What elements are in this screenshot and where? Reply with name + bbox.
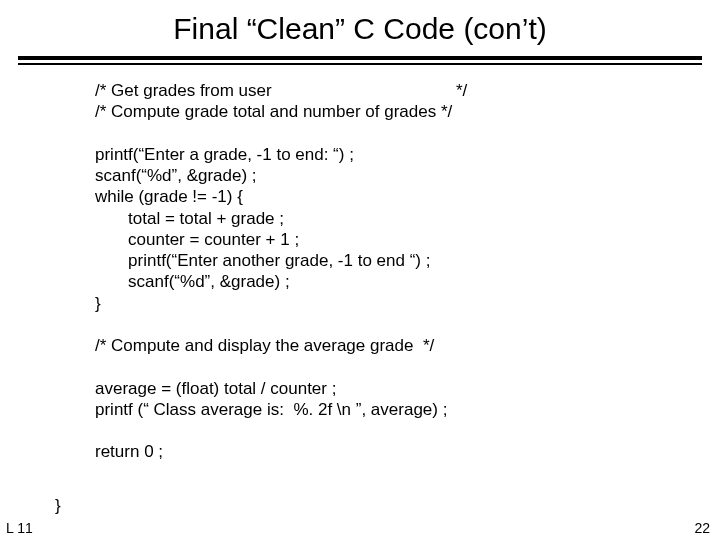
code-line: /* Compute grade total and number of gra… — [95, 102, 452, 121]
code-line: /* Compute and display the average grade… — [95, 336, 434, 355]
code-line: /* Get grades from user — [95, 81, 272, 100]
code-line: printf(“Enter another grade, -1 to end “… — [128, 251, 430, 270]
slide-title: Final “Clean” C Code (con’t) — [0, 0, 720, 56]
code-line: while (grade != -1) { — [95, 187, 243, 206]
code-line: */ — [456, 81, 467, 100]
closing-brace: } — [55, 496, 61, 516]
code-line: } — [95, 294, 101, 313]
code-line: return 0 ; — [95, 442, 163, 461]
code-line: scanf(“%d”, &grade) ; — [95, 166, 257, 185]
code-line: printf(“Enter a grade, -1 to end: “) ; — [95, 145, 354, 164]
code-line: average = (float) total / counter ; — [95, 379, 336, 398]
title-rule — [18, 56, 702, 65]
code-block: /* Get grades from user */ /* Compute gr… — [95, 80, 467, 463]
code-line: printf (“ Class average is: %. 2f \n ”, … — [95, 400, 447, 419]
footer-left: L 11 — [6, 520, 33, 536]
code-line: scanf(“%d”, &grade) ; — [128, 272, 290, 291]
code-line: counter = counter + 1 ; — [128, 230, 299, 249]
code-line: total = total + grade ; — [128, 209, 284, 228]
slide-number: 22 — [694, 520, 710, 536]
slide: Final “Clean” C Code (con’t) /* Get grad… — [0, 0, 720, 540]
